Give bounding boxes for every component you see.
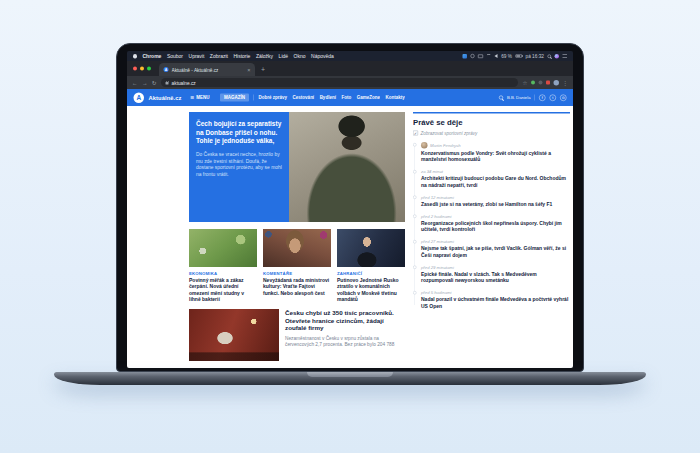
nav-item-dobre-zpravy[interactable]: Dobré zprávy xyxy=(259,95,288,100)
wifi-icon[interactable] xyxy=(487,54,492,59)
tab-title: Aktuálně - Aktuálně.cz xyxy=(172,67,219,73)
status-ring-icon[interactable] xyxy=(471,54,475,58)
new-tab-button[interactable]: + xyxy=(261,65,265,73)
list-item[interactable]: před 5 hodinami Nadal porazil v úchvatné… xyxy=(413,290,570,309)
display-icon[interactable] xyxy=(478,54,483,58)
feed-item-title[interactable]: Zasedli jste si na veterány, zlobí se Ha… xyxy=(421,201,570,208)
close-window-button[interactable] xyxy=(133,67,137,71)
back-button[interactable]: ← xyxy=(132,80,138,86)
list-item[interactable]: za 34 minut Architekti kritizují budoucí… xyxy=(413,169,570,188)
menubar-item-zobrazit[interactable]: Zobrazit xyxy=(210,53,228,59)
author-avatar xyxy=(421,142,428,149)
nav-item-cestovani[interactable]: Cestování xyxy=(293,95,315,100)
apple-logo-icon[interactable] xyxy=(133,54,137,59)
bookmark-star-icon[interactable]: ☆ xyxy=(523,79,528,86)
nav-item-bydleni[interactable]: Bydlení xyxy=(320,95,336,100)
volume-icon[interactable] xyxy=(495,54,498,58)
ssl-lock-icon[interactable] xyxy=(166,82,169,85)
menubar-item-okno[interactable]: Okno xyxy=(294,53,306,59)
menubar-item-chrome[interactable]: Chrome xyxy=(143,53,162,59)
feed-item-time: před 27 minutami xyxy=(421,239,454,244)
forward-button[interactable]: → xyxy=(142,80,148,86)
hero-text-panel: Čech bojující za separatisty na Donbase … xyxy=(189,112,289,222)
nav-item-foto[interactable]: Foto xyxy=(341,95,351,100)
story-category[interactable]: KOMENTÁŘE xyxy=(263,271,331,276)
hero-image[interactable] xyxy=(289,112,405,222)
tab-close-icon[interactable]: × xyxy=(247,67,250,73)
spotlight-icon[interactable] xyxy=(548,54,552,58)
feed-item-title[interactable]: Epické finále. Nadal v slzách. Tak s Med… xyxy=(421,271,570,284)
zoom-window-button[interactable] xyxy=(147,67,151,71)
sports-filter[interactable]: ✓ Zobrazovat sportovní zprávy xyxy=(413,131,570,136)
feed-item-title[interactable]: Architekti kritizují budoucí podobu Gare… xyxy=(421,175,570,188)
hero-article[interactable]: Čech bojující za separatisty na Donbase … xyxy=(189,112,405,222)
bottom-article[interactable]: Česku chybí už 350 tisíc pracovníků. Ote… xyxy=(189,309,405,361)
story-card-komentare[interactable]: KOMENTÁŘE Nevyžádaná rada ministrovi kul… xyxy=(263,229,331,303)
list-item[interactable]: před 27 minutami Nejsme tak špatní, jak … xyxy=(413,239,570,258)
extension-icon-green[interactable] xyxy=(531,81,535,85)
nav-item-gamezone[interactable]: GameZone xyxy=(357,95,380,100)
list-item[interactable]: před 29 minutami Epické finále. Nadal v … xyxy=(413,265,570,284)
story-title[interactable]: Povinný měřák a zákaz čerpání. Nová úřed… xyxy=(189,277,257,303)
browser-menu-icon[interactable]: ⋮ xyxy=(563,79,569,86)
feed-item-time: před 12 minutami xyxy=(421,195,454,200)
nav-item-kontakty[interactable]: Kontakty xyxy=(385,95,404,100)
laptop-display: Chrome Soubor Upravit Zobrazit Historie … xyxy=(127,51,573,368)
feed-item-title[interactable]: Nejsme tak špatní, jak se píše, tvrdí Va… xyxy=(421,245,570,258)
browser-tab-bar: A Aktuálně - Aktuálně.cz × + xyxy=(127,61,573,76)
menubar-item-napoveda[interactable]: Nápověda xyxy=(311,53,334,59)
extension-icon-dark[interactable] xyxy=(539,81,543,85)
site-logo[interactable]: A xyxy=(134,92,145,103)
list-item[interactable]: před 2 hodinami Reorganizace policejních… xyxy=(413,214,570,233)
menubar-clock[interactable]: pá 16:32 xyxy=(526,53,544,59)
story-card-zahranici[interactable]: ZAHRANIČÍ Putinovo Jednotné Rusko ztrati… xyxy=(337,229,405,303)
story-image-portrait[interactable] xyxy=(263,229,331,267)
story-category[interactable]: EKONOMIKA xyxy=(189,271,257,276)
story-title[interactable]: Putinovo Jednotné Rusko ztratilo v komun… xyxy=(337,277,405,303)
list-item[interactable]: Martin Fendrych Konzervatismus podle Von… xyxy=(413,142,570,163)
live-feed-sidebar: Právě se děje ✓ Zobrazovat sportovní zpr… xyxy=(413,112,570,368)
feed-item-author[interactable]: Martin Fendrych xyxy=(430,143,461,148)
header-divider xyxy=(254,95,255,101)
bottom-article-title[interactable]: Česku chybí už 350 tisíc pracovníků. Ote… xyxy=(285,309,405,332)
story-title[interactable]: Nevyžádaná rada ministrovi kultury: Vrať… xyxy=(263,277,331,296)
bottom-article-excerpt: Nezaměstnanost v Česku v srpnu zůstala n… xyxy=(285,335,405,348)
site-brand[interactable]: Aktuálně.cz xyxy=(149,95,182,101)
reload-button[interactable]: ↻ xyxy=(152,80,157,86)
sports-filter-checkbox[interactable]: ✓ xyxy=(413,131,418,136)
feed-item-title[interactable]: Nadal porazil v úchvatném finále Medvedě… xyxy=(421,296,570,309)
app-status-icon[interactable] xyxy=(463,54,468,59)
extension-icon-red[interactable] xyxy=(546,81,550,85)
feed-item-title[interactable]: Reorganizace policejních škol nepřinesla… xyxy=(421,220,570,233)
menubar-item-soubor[interactable]: Soubor xyxy=(167,53,183,59)
browser-tab[interactable]: A Aktuálně - Aktuálně.cz × xyxy=(159,63,255,76)
notification-center-icon[interactable] xyxy=(563,54,568,58)
hero-title[interactable]: Čech bojující za separatisty na Donbase … xyxy=(196,120,282,146)
story-category[interactable]: ZAHRANIČÍ xyxy=(337,271,405,276)
feed-item-meta: před 29 minutami xyxy=(421,265,570,270)
address-bar[interactable]: aktualne.cz xyxy=(161,78,518,87)
story-card-ekonomika[interactable]: EKONOMIKA Povinný měřák a zákaz čerpání.… xyxy=(189,229,257,303)
menubar-item-historie[interactable]: Historie xyxy=(233,53,250,59)
instagram-icon[interactable]: ⊙ xyxy=(560,94,567,101)
minimize-window-button[interactable] xyxy=(140,67,144,71)
story-image-putin[interactable] xyxy=(337,229,405,267)
nav-item-magazin-active[interactable]: MAGAZÍN xyxy=(220,94,249,102)
menubar-item-upravit[interactable]: Upravit xyxy=(189,53,205,59)
site-favicon-icon: A xyxy=(164,67,169,72)
user-name[interactable]: B.B. Daniela xyxy=(507,95,531,100)
story-image-garden[interactable] xyxy=(189,229,257,267)
battery-percent: 69 % xyxy=(501,53,512,59)
list-item[interactable]: před 12 minutami Zasedli jste si na vete… xyxy=(413,195,570,208)
feed-item-meta: před 5 hodinami xyxy=(421,290,570,295)
profile-avatar[interactable] xyxy=(554,80,560,86)
feed-item-title[interactable]: Konzervatismus podle Vondry: Svět ohrožu… xyxy=(421,150,570,163)
bottom-article-image[interactable] xyxy=(189,309,279,361)
search-icon[interactable] xyxy=(499,96,503,100)
menu-toggle[interactable]: ≡ MENU xyxy=(191,94,210,101)
facebook-icon[interactable]: f xyxy=(539,94,546,101)
menubar-item-lide[interactable]: Lidé xyxy=(279,53,288,59)
twitter-icon[interactable]: t xyxy=(550,94,557,101)
menubar-item-zalozky[interactable]: Záložky xyxy=(256,53,273,59)
siri-icon[interactable] xyxy=(555,54,560,59)
